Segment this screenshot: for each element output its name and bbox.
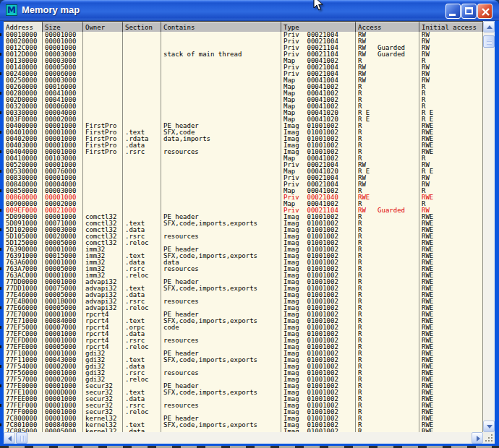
table-row[interactable]: 0040200000001000FirstPro.rdatadata,impor… xyxy=(4,136,483,142)
table-row[interactable]: 003F000000002000Map 00041020R ER E xyxy=(4,116,483,123)
table-row[interactable]: 0032000000006000Map 00041002RR xyxy=(4,103,483,110)
cell-initial_access: RWE xyxy=(419,383,483,389)
table-row[interactable]: 763A600000001000imm32.datadataImag 01001… xyxy=(4,259,483,266)
cell-owner xyxy=(83,64,123,71)
table-row[interactable]: 0002000000001000Priv 00021004RWRW xyxy=(4,38,483,45)
cell-type: Priv 00021004 xyxy=(281,71,356,77)
table-row[interactable]: 77E4600000005000advapi32.dataImag 010010… xyxy=(4,292,483,298)
horizontal-scroll-thumb[interactable] xyxy=(16,432,27,444)
table-row[interactable]: 763AC00000001000imm32.relocImag 01001002… xyxy=(4,272,483,279)
cell-type: Imag 01001002 xyxy=(281,272,356,279)
table-row[interactable]: 0040400000001000FirstPro.rsrcresourcesIm… xyxy=(4,149,483,155)
vertical-scrollbar[interactable] xyxy=(483,21,495,432)
table-row[interactable]: 77EFC00000001000rpcrt4.dataImag 01001002… xyxy=(4,331,483,337)
table-row[interactable]: 77F5700000002000gdi32.relocImag 01001002… xyxy=(4,376,483,383)
table-row[interactable]: 77FE10000000D000secur32.textSFX,code,imp… xyxy=(4,389,483,396)
table-row[interactable]: 77FF000000001000secur32.relocImag 010010… xyxy=(4,409,483,415)
scroll-up-button[interactable] xyxy=(483,21,495,33)
table-row[interactable]: 77F5400000002000gdi32.dataImag 01001002R… xyxy=(4,363,483,370)
minimize-button[interactable] xyxy=(445,4,461,19)
table-row[interactable]: 0084000000004000Priv 00021004RWRW xyxy=(4,181,483,188)
table-row[interactable]: 002D000000041000Map 00041002RR xyxy=(4,97,483,103)
table-row[interactable]: 0085000000003000Map 00041002RR xyxy=(4,188,483,194)
table-row[interactable]: 5D09100000071000comctl32.textSFX,code,im… xyxy=(4,220,483,227)
table-row[interactable]: 0090000000002000Map 00041002RR xyxy=(4,201,483,207)
table-row[interactable]: 77F5600000001000gdi32.rsrcresourcesImag … xyxy=(4,370,483,376)
cell-section: .data xyxy=(123,227,161,233)
cell-address: 00520000 xyxy=(4,162,43,168)
table-row[interactable]: 7639100000015000imm32.textSFX,code,impor… xyxy=(4,253,483,259)
table-row[interactable]: 0024000000006000Priv 00021004RWRW xyxy=(4,71,483,77)
table-row[interactable]: 5D12500000005000comctl32.relocImag 01001… xyxy=(4,240,483,246)
column-header-owner[interactable]: Owner xyxy=(83,22,123,33)
table-row[interactable]: 0012D00000003000stack of main threadPriv… xyxy=(4,51,483,58)
column-header-type[interactable]: Type xyxy=(281,22,356,33)
column-header-contains[interactable]: Contains xyxy=(161,22,281,33)
horizontal-scrollbar[interactable] xyxy=(4,432,483,444)
column-header-access[interactable]: Access xyxy=(356,22,419,33)
column-header-section[interactable]: Section xyxy=(123,22,161,33)
arrow-down-icon xyxy=(487,425,492,428)
cell-initial_access: RWE xyxy=(419,227,483,233)
table-row[interactable]: 77E7100000084000rpcrt4.textSFX,code,impo… xyxy=(4,318,483,324)
table-row[interactable]: 0001000000001000Priv 00021004RWRW xyxy=(4,32,483,38)
scroll-left-button[interactable] xyxy=(4,432,15,444)
table-row[interactable]: 77EF500000007000rpcrt4.orpccodeImag 0100… xyxy=(4,324,483,331)
scroll-right-button[interactable] xyxy=(472,432,483,444)
cell-initial_access: RW xyxy=(419,32,483,38)
table-row[interactable]: 77E7000000001000rpcrt4PE headerImag 0100… xyxy=(4,311,483,318)
table-row[interactable]: 5D10200000003000comctl32.dataImag 010010… xyxy=(4,227,483,233)
table-row[interactable]: 0013000000003000Map 00041002RR xyxy=(4,58,483,64)
close-button[interactable] xyxy=(477,4,492,19)
table-row[interactable]: 77FE000000001000secur32PE headerImag 010… xyxy=(4,383,483,389)
scroll-down-button[interactable] xyxy=(483,421,495,432)
maximize-button[interactable] xyxy=(461,4,477,19)
table-row[interactable]: 0041000000103000Map 00041002RR xyxy=(4,155,483,162)
cell-address: 0012D000 xyxy=(4,51,43,58)
table-row[interactable]: 77E4B0000001B000advapi32.rsrcresourcesIm… xyxy=(4,298,483,305)
table-row[interactable]: 77EFE00000005000rpcrt4.relocImag 0100100… xyxy=(4,344,483,350)
titlebar[interactable]: M Memory map xyxy=(0,0,499,21)
table-row[interactable]: 0028000000041000Map 00041002RR xyxy=(4,90,483,97)
cell-contains: SFX,code,imports,exports xyxy=(161,389,281,396)
cell-owner: comctl32 xyxy=(83,240,123,246)
table-row[interactable]: 0040300000001000FirstPro.dataImag 010010… xyxy=(4,142,483,149)
column-header-address[interactable]: Address xyxy=(4,22,43,33)
table-row[interactable]: 77F1000000001000gdi32PE headerImag 01001… xyxy=(4,350,483,357)
table-row[interactable]: 0086000000001000Priv 00021040RWERWE xyxy=(4,194,483,201)
table-row[interactable]: 0026000000016000Map 00041002RR xyxy=(4,84,483,90)
cell-size: 00001000 xyxy=(43,123,83,129)
column-header-initial-access[interactable]: Initial access xyxy=(419,22,483,33)
table-row[interactable]: 0083000000001000Priv 00021004RWRW xyxy=(4,175,483,181)
table-row[interactable]: 0025000000003000Map 00041004RWRW xyxy=(4,77,483,84)
table-row[interactable]: 0033000000004000Map 00041020R ER E xyxy=(4,110,483,116)
table-row[interactable]: 77DD000000001000advapi32PE headerImag 01… xyxy=(4,279,483,285)
table-row[interactable]: 5D10500000020000comctl32.rsrcresourcesIm… xyxy=(4,233,483,240)
cell-address: 00280000 xyxy=(4,90,43,97)
cell-initial_access: RWE xyxy=(419,266,483,272)
table-row[interactable]: 7639000000001000imm32PE headerImag 01001… xyxy=(4,246,483,253)
table-row[interactable]: 0014000000005000Priv 00021004RWRW xyxy=(4,64,483,71)
table-row[interactable]: 0052000000001000Priv 00021004RWRW xyxy=(4,162,483,168)
resize-grip[interactable] xyxy=(483,432,495,444)
table-row[interactable]: 009EF00000021000Priv 00021104RW GuardedR… xyxy=(4,207,483,214)
cell-size: 00041000 xyxy=(43,97,83,103)
table-row[interactable]: 0053000000076000Map 00041020R ER E xyxy=(4,168,483,175)
table-row[interactable]: 5D09000000001000comctl32PE headerImag 01… xyxy=(4,214,483,220)
table-row[interactable]: 0040000000001000FirstProPE headerImag 01… xyxy=(4,123,483,129)
table-row[interactable]: 77FEF00000001000secur32.rsrcresourcesIma… xyxy=(4,402,483,409)
table-row[interactable]: 7C80100000084000kernel32.textSFX,code,im… xyxy=(4,422,483,428)
table-row[interactable]: 77EFD00000001000rpcrt4.rsrcresourcesImag… xyxy=(4,337,483,344)
table-row[interactable]: 0040100000001000FirstPro.textSFX,codeIma… xyxy=(4,129,483,136)
cell-owner: advapi32 xyxy=(83,292,123,298)
table-row[interactable]: 77FEE00000001000secur32.dataImag 0100100… xyxy=(4,396,483,402)
table-row[interactable]: 763A700000005000imm32.rsrcresourcesImag … xyxy=(4,266,483,272)
table-row[interactable]: 77F1100000043000gdi32.textSFX,code,impor… xyxy=(4,357,483,363)
table-row[interactable]: 77E6600000005000advapi32.relocImag 01001… xyxy=(4,305,483,311)
table-row[interactable]: 7C80000000001000kernel32PE headerImag 01… xyxy=(4,415,483,422)
cell-section xyxy=(123,188,161,194)
column-header-size[interactable]: Size xyxy=(43,22,83,33)
table-row[interactable]: 0012C00000001000Priv 00021104RW GuardedR… xyxy=(4,45,483,51)
table-row[interactable]: 77DD100000075000advapi32.textSFX,code,im… xyxy=(4,285,483,292)
vertical-scroll-thumb[interactable] xyxy=(483,35,495,48)
